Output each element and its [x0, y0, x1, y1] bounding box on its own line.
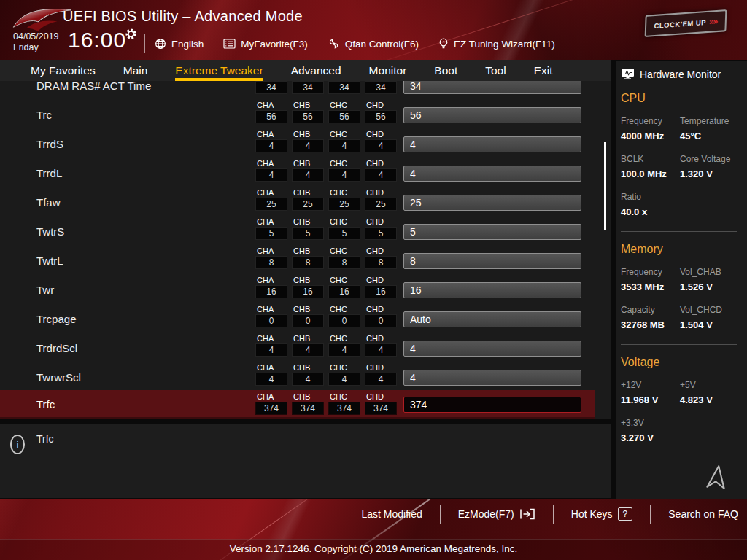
- setting-input[interactable]: [403, 370, 581, 386]
- hw-reading-value: 1.526 V: [680, 281, 743, 292]
- language-button[interactable]: English: [155, 38, 204, 50]
- scrollbar-thumb[interactable]: [604, 142, 606, 230]
- channel-cell: CHC 56: [328, 101, 360, 123]
- tab-exit[interactable]: Exit: [534, 60, 553, 81]
- channel-header: CHB: [292, 276, 324, 285]
- channel-values: CHA 16 CHB 16 CHC 16 CHD 16: [255, 276, 397, 298]
- footer-separator: [650, 505, 651, 524]
- channel-cell: CHC 8: [328, 246, 360, 269]
- tab-boot[interactable]: Boot: [434, 60, 457, 81]
- search-faq-button[interactable]: Search on FAQ: [668, 508, 738, 520]
- channel-header: CHA: [255, 276, 287, 285]
- channel-value: 5: [292, 227, 324, 240]
- channel-value: 56: [292, 110, 324, 123]
- hw-reading: Frequency 4000 MHz: [621, 116, 680, 141]
- fan-icon: [328, 38, 340, 50]
- tab-extreme-tweaker[interactable]: Extreme Tweaker: [175, 60, 263, 81]
- hw-reading-value: 3533 MHz: [621, 281, 680, 292]
- channel-header: CHD: [365, 101, 397, 110]
- channel-cell: CHD 16: [365, 276, 397, 298]
- timing-row[interactable]: Twr CHA 16 CHB 16 CHC 16 CHD 16: [0, 273, 595, 303]
- setting-input[interactable]: [403, 397, 581, 413]
- channel-cell: CHD 4: [365, 363, 397, 386]
- channel-cell: CHB 16: [292, 276, 324, 298]
- last-modified-button[interactable]: Last Modified: [361, 508, 422, 520]
- timing-row[interactable]: TrrdL CHA 4 CHB 4 CHC 4 CHD 4: [0, 157, 595, 186]
- tab-advanced[interactable]: Advanced: [291, 60, 341, 81]
- setting-input[interactable]: [403, 166, 581, 182]
- timing-row[interactable]: Trcpage CHA 0 CHB 0 CHC 0 CHD 0: [0, 303, 595, 332]
- timing-row[interactable]: Trfc CHA 374 CHB 374 CHC 374 CHD 374: [0, 390, 595, 419]
- hw-reading-label: Vol_CHCD: [680, 305, 743, 315]
- setting-input[interactable]: [403, 224, 581, 240]
- timing-row[interactable]: TrdrdScl CHA 4 CHB 4 CHC 4 CHD 4: [0, 332, 595, 361]
- setting-input[interactable]: [403, 341, 581, 357]
- setting-label: Trc: [36, 109, 52, 121]
- channel-value: 4: [328, 373, 360, 386]
- tab-main[interactable]: Main: [123, 60, 148, 81]
- setting-input[interactable]: [403, 81, 581, 94]
- channel-cell: CHD 4: [365, 130, 397, 152]
- setting-input[interactable]: [403, 107, 581, 123]
- hw-reading-label: Vol_CHAB: [680, 267, 743, 277]
- question-badge: ?: [618, 508, 633, 521]
- channel-value: 4: [255, 168, 287, 182]
- channel-header: CHA: [255, 246, 287, 256]
- channel-value: 4: [292, 139, 324, 152]
- clockemup-badge: CLOCK'EM UP »»: [645, 9, 727, 37]
- app-title: UEFI BIOS Utility – Advanced Mode: [63, 8, 303, 25]
- channel-value: 8: [292, 256, 324, 269]
- tab-my-favorites[interactable]: My Favorites: [31, 60, 96, 81]
- channel-header: CHD: [365, 392, 397, 402]
- channel-header: CHC: [328, 305, 360, 314]
- setting-input[interactable]: [403, 195, 581, 211]
- channel-header: CHC: [328, 276, 360, 285]
- timing-row[interactable]: Trc CHA 56 CHB 56 CHC 56 CHD 56: [0, 98, 595, 128]
- channel-cell: CHB 4: [292, 363, 324, 386]
- tab-monitor[interactable]: Monitor: [369, 60, 407, 81]
- setting-input[interactable]: [403, 282, 581, 298]
- badge-arrows-icon: »»: [709, 16, 718, 27]
- setting-input[interactable]: [403, 311, 581, 327]
- bios-screen: UEFI BIOS Utility – Advanced Mode 04/05/…: [0, 0, 747, 560]
- channel-values: CHA 5 CHB 5 CHC 5 CHD 5: [255, 217, 397, 240]
- channel-cell: CHD 4: [365, 334, 397, 357]
- hw-reading-label: +12V: [621, 380, 680, 390]
- channel-value: 16: [255, 285, 287, 298]
- channel-value: 8: [365, 256, 397, 269]
- channel-header: CHB: [292, 101, 324, 110]
- channel-cell: CHD 0: [365, 305, 397, 327]
- channel-header: CHC: [328, 246, 360, 256]
- timing-row[interactable]: DRAM RAS# ACT Time CHA 34 CHB 34 CHC 34 …: [0, 81, 595, 98]
- setting-input[interactable]: [403, 136, 581, 152]
- channel-header: CHB: [292, 305, 324, 314]
- hardware-monitor-panel: Hardware Monitor CPU Frequency 4000 MHz …: [616, 61, 747, 499]
- timing-row[interactable]: TwrwrScl CHA 4 CHB 4 CHC 4 CHD 4: [0, 361, 595, 390]
- gear-icon[interactable]: [125, 28, 137, 40]
- bulb-icon: [438, 38, 449, 50]
- timing-row[interactable]: TrrdS CHA 4 CHB 4 CHC 4 CHD 4: [0, 128, 595, 157]
- header-separator: [144, 34, 145, 53]
- hw-reading-value: 45°C: [680, 131, 743, 141]
- timing-row[interactable]: TwtrL CHA 8 CHB 8 CHC 8 CHD 8: [0, 244, 595, 273]
- channel-cell: CHC 4: [328, 334, 360, 357]
- qfan-button[interactable]: Qfan Control(F6): [328, 38, 419, 50]
- timing-row[interactable]: TwtrS CHA 5 CHB 5 CHC 5 CHD 5: [0, 215, 595, 244]
- nav-tabs: My Favorites Main Extreme Tweaker Advanc…: [0, 60, 611, 81]
- ez-tuning-button[interactable]: EZ Tuning Wizard(F11): [438, 38, 555, 50]
- channel-cell: CHD 56: [365, 101, 397, 123]
- channel-value: 4: [328, 139, 360, 152]
- tab-tool[interactable]: Tool: [485, 60, 506, 81]
- setting-input[interactable]: [403, 253, 581, 269]
- channel-header: CHA: [255, 101, 287, 110]
- channel-header: CHC: [328, 188, 360, 198]
- timing-row[interactable]: Tfaw CHA 25 CHB 25 CHC 25 CHD 25: [0, 186, 595, 215]
- hot-keys-button[interactable]: Hot Keys ?: [571, 508, 633, 521]
- channel-header: CHD: [365, 305, 397, 314]
- hw-reading: +3.3V 3.270 V: [621, 418, 680, 443]
- channel-cell: CHA 5: [255, 217, 287, 240]
- channel-value: 34: [292, 81, 324, 94]
- channel-header: CHB: [292, 130, 324, 139]
- ezmode-button[interactable]: EzMode(F7): [458, 508, 535, 520]
- myfavorite-button[interactable]: MyFavorite(F3): [223, 39, 308, 50]
